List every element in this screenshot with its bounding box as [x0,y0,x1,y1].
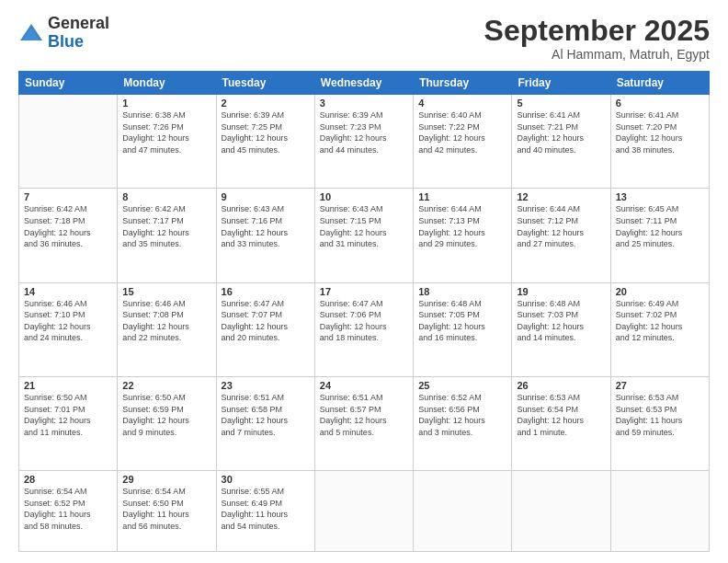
calendar-cell [414,471,512,552]
calendar-row: 28Sunrise: 6:54 AM Sunset: 6:52 PM Dayli… [19,471,710,552]
calendar-cell: 26Sunrise: 6:53 AM Sunset: 6:54 PM Dayli… [512,376,610,470]
day-info: Sunrise: 6:50 AM Sunset: 6:59 PM Dayligh… [122,392,210,438]
day-info: Sunrise: 6:46 AM Sunset: 7:08 PM Dayligh… [122,298,210,344]
day-info: Sunrise: 6:53 AM Sunset: 6:53 PM Dayligh… [616,392,704,438]
day-info: Sunrise: 6:41 AM Sunset: 7:21 PM Dayligh… [517,109,605,155]
calendar-cell: 17Sunrise: 6:47 AM Sunset: 7:06 PM Dayli… [314,282,413,376]
logo-general: General [48,15,109,33]
calendar-cell: 1Sunrise: 6:38 AM Sunset: 7:26 PM Daylig… [118,95,216,189]
day-number: 21 [24,380,112,391]
calendar-cell: 2Sunrise: 6:39 AM Sunset: 7:25 PM Daylig… [216,95,314,189]
title-block: September 2025 Al Hammam, Matruh, Egypt [484,15,710,62]
day-header: Tuesday [216,72,314,95]
day-number: 17 [320,286,408,297]
calendar-cell: 30Sunrise: 6:55 AM Sunset: 6:49 PM Dayli… [216,471,314,552]
day-info: Sunrise: 6:43 AM Sunset: 7:16 PM Dayligh… [222,203,310,249]
day-number: 25 [418,380,506,391]
calendar-cell: 7Sunrise: 6:42 AM Sunset: 7:18 PM Daylig… [19,189,118,282]
calendar-cell: 5Sunrise: 6:41 AM Sunset: 7:21 PM Daylig… [512,95,610,189]
day-info: Sunrise: 6:50 AM Sunset: 7:01 PM Dayligh… [24,392,112,438]
calendar-row: 21Sunrise: 6:50 AM Sunset: 7:01 PM Dayli… [19,376,710,470]
day-info: Sunrise: 6:42 AM Sunset: 7:18 PM Dayligh… [24,203,112,249]
calendar-cell: 27Sunrise: 6:53 AM Sunset: 6:53 PM Dayli… [610,376,709,470]
calendar-cell [512,471,610,552]
day-number: 26 [517,380,605,391]
calendar-cell: 23Sunrise: 6:51 AM Sunset: 6:58 PM Dayli… [216,376,314,470]
calendar: SundayMondayTuesdayWednesdayThursdayFrid… [18,71,710,552]
day-number: 4 [418,98,506,109]
day-number: 6 [616,98,704,109]
day-info: Sunrise: 6:46 AM Sunset: 7:10 PM Dayligh… [24,298,112,344]
calendar-row: 14Sunrise: 6:46 AM Sunset: 7:10 PM Dayli… [19,282,710,376]
location: Al Hammam, Matruh, Egypt [484,47,710,62]
calendar-cell: 10Sunrise: 6:43 AM Sunset: 7:15 PM Dayli… [314,189,413,282]
calendar-cell: 3Sunrise: 6:39 AM Sunset: 7:23 PM Daylig… [314,95,413,189]
calendar-cell: 16Sunrise: 6:47 AM Sunset: 7:07 PM Dayli… [216,282,314,376]
day-header: Saturday [610,72,709,95]
calendar-cell: 6Sunrise: 6:41 AM Sunset: 7:20 PM Daylig… [610,95,709,189]
calendar-cell: 22Sunrise: 6:50 AM Sunset: 6:59 PM Dayli… [118,376,216,470]
day-number: 18 [418,286,506,297]
day-number: 28 [24,474,112,485]
day-number: 3 [320,98,408,109]
day-number: 27 [616,380,704,391]
day-header: Wednesday [314,72,413,95]
day-number: 16 [222,286,310,297]
day-info: Sunrise: 6:38 AM Sunset: 7:26 PM Dayligh… [122,109,210,155]
header: General Blue September 2025 Al Hammam, M… [18,15,710,62]
day-info: Sunrise: 6:44 AM Sunset: 7:12 PM Dayligh… [517,203,605,249]
day-number: 9 [222,191,310,202]
day-number: 11 [418,191,506,202]
day-number: 1 [122,98,210,109]
month-title: September 2025 [484,15,710,47]
day-info: Sunrise: 6:45 AM Sunset: 7:11 PM Dayligh… [616,203,704,249]
calendar-cell: 9Sunrise: 6:43 AM Sunset: 7:16 PM Daylig… [216,189,314,282]
day-info: Sunrise: 6:48 AM Sunset: 7:05 PM Dayligh… [418,298,506,344]
calendar-cell: 12Sunrise: 6:44 AM Sunset: 7:12 PM Dayli… [512,189,610,282]
calendar-cell [610,471,709,552]
calendar-cell [314,471,413,552]
day-number: 29 [122,474,210,485]
day-info: Sunrise: 6:49 AM Sunset: 7:02 PM Dayligh… [616,298,704,344]
day-info: Sunrise: 6:42 AM Sunset: 7:17 PM Dayligh… [122,203,210,249]
day-info: Sunrise: 6:51 AM Sunset: 6:57 PM Dayligh… [320,392,408,438]
calendar-cell: 21Sunrise: 6:50 AM Sunset: 7:01 PM Dayli… [19,376,118,470]
day-info: Sunrise: 6:43 AM Sunset: 7:15 PM Dayligh… [320,203,408,249]
calendar-cell: 28Sunrise: 6:54 AM Sunset: 6:52 PM Dayli… [19,471,118,552]
calendar-cell: 29Sunrise: 6:54 AM Sunset: 6:50 PM Dayli… [118,471,216,552]
logo-icon [18,20,44,46]
day-info: Sunrise: 6:48 AM Sunset: 7:03 PM Dayligh… [517,298,605,344]
day-number: 23 [222,380,310,391]
calendar-row: 7Sunrise: 6:42 AM Sunset: 7:18 PM Daylig… [19,189,710,282]
day-number: 30 [222,474,310,485]
day-info: Sunrise: 6:39 AM Sunset: 7:23 PM Dayligh… [320,109,408,155]
day-number: 10 [320,191,408,202]
day-header: Sunday [19,72,118,95]
calendar-cell: 8Sunrise: 6:42 AM Sunset: 7:17 PM Daylig… [118,189,216,282]
calendar-cell: 24Sunrise: 6:51 AM Sunset: 6:57 PM Dayli… [314,376,413,470]
page: General Blue September 2025 Al Hammam, M… [0,0,728,563]
day-number: 19 [517,286,605,297]
day-number: 8 [122,191,210,202]
day-number: 12 [517,191,605,202]
calendar-cell: 14Sunrise: 6:46 AM Sunset: 7:10 PM Dayli… [19,282,118,376]
day-number: 22 [122,380,210,391]
day-info: Sunrise: 6:55 AM Sunset: 6:49 PM Dayligh… [222,486,310,532]
calendar-cell: 25Sunrise: 6:52 AM Sunset: 6:56 PM Dayli… [414,376,512,470]
day-info: Sunrise: 6:47 AM Sunset: 7:07 PM Dayligh… [222,298,310,344]
day-number: 24 [320,380,408,391]
header-row: SundayMondayTuesdayWednesdayThursdayFrid… [19,72,710,95]
calendar-cell [19,95,118,189]
calendar-row: 1Sunrise: 6:38 AM Sunset: 7:26 PM Daylig… [19,95,710,189]
calendar-cell: 11Sunrise: 6:44 AM Sunset: 7:13 PM Dayli… [414,189,512,282]
day-info: Sunrise: 6:51 AM Sunset: 6:58 PM Dayligh… [222,392,310,438]
day-info: Sunrise: 6:54 AM Sunset: 6:50 PM Dayligh… [122,486,210,532]
logo-blue: Blue [48,33,109,52]
day-info: Sunrise: 6:44 AM Sunset: 7:13 PM Dayligh… [418,203,506,249]
calendar-cell: 19Sunrise: 6:48 AM Sunset: 7:03 PM Dayli… [512,282,610,376]
day-number: 7 [24,191,112,202]
day-number: 5 [517,98,605,109]
calendar-cell: 4Sunrise: 6:40 AM Sunset: 7:22 PM Daylig… [414,95,512,189]
logo: General Blue [18,15,109,52]
calendar-cell: 18Sunrise: 6:48 AM Sunset: 7:05 PM Dayli… [414,282,512,376]
